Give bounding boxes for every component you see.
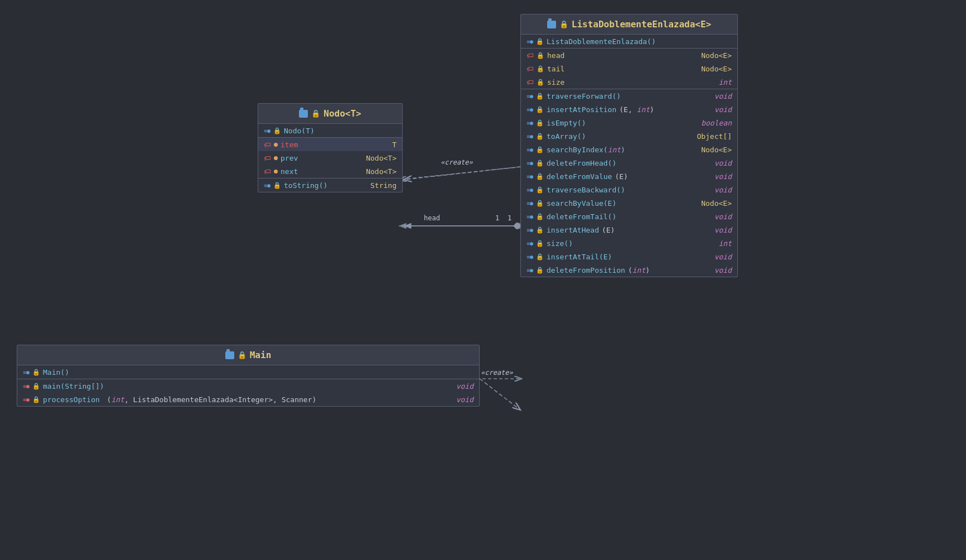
lista-sbv-name: searchByValue(E): [547, 199, 616, 207]
nodo-fields-section: 🏷 item T 🏷 prev Nodo<T> 🏷 next Nodo<T: [258, 138, 402, 178]
lista-iat-lock: 🔒: [536, 253, 544, 260]
nodo-lock-icon: 🔒: [311, 109, 320, 118]
lista-deletefromhead-row: ≡● 🔒 deleteFromHead() void: [521, 156, 737, 170]
lista-dfp-params: (int): [628, 266, 650, 274]
main-constructor-row: ≡● 🔒 Main(): [17, 365, 479, 379]
lista-class-box: 🔒 ListaDoblementeEnlazada<E> ≡● 🔒 ListaD…: [520, 14, 738, 277]
nodo-header: 🔒 Nodo<T>: [258, 104, 402, 124]
lista-head-tag-icon: 🏷: [527, 51, 534, 60]
lista-constructor-icon: ≡●: [527, 38, 533, 45]
lista-dfh-lock: 🔒: [536, 160, 544, 167]
lista-dfv-params: (E): [615, 172, 627, 181]
lista-tf-name: traverseForward(): [547, 92, 621, 100]
nodo-item-dot: [274, 143, 278, 147]
lista-size-method-row: ≡● 🔒 size() int: [521, 236, 737, 250]
lista-title: ListaDoblementeEnlazada<E>: [572, 19, 711, 30]
svg-line-7: [404, 167, 520, 180]
main-header: 🔒 Main: [17, 345, 479, 365]
svg-text:«create»: «create»: [481, 369, 514, 376]
lista-toarray-row: ≡● 🔒 toArray() Object[]: [521, 129, 737, 143]
lista-dft-name: deleteFromTail(): [547, 213, 616, 221]
lista-sm-icon: ≡●: [527, 240, 533, 247]
lista-tb-icon: ≡●: [527, 187, 533, 193]
lista-header: 🔒 ListaDoblementeEnlazada<E>: [521, 15, 737, 35]
lista-size-tag-icon: 🏷: [527, 78, 534, 86]
nodo-next-dot: [274, 170, 278, 173]
nodo-tostring-row: ≡● 🔒 toString() String: [258, 178, 402, 192]
nodo-tostring-type: String: [370, 181, 397, 190]
svg-text:head: head: [424, 214, 440, 222]
nodo-prev-row: 🏷 prev Nodo<T>: [258, 151, 402, 165]
lista-ie-icon: ≡●: [527, 120, 533, 126]
lista-tail-tag-icon: 🏷: [527, 65, 534, 73]
nodo-tostring-lock-icon: 🔒: [273, 182, 281, 189]
main-po-static-icon: ≡●: [23, 397, 30, 403]
main-main-row: ≡● 🔒 main(String[]) void: [17, 379, 479, 393]
lista-traversebackward-row: ≡● 🔒 traverseBackward() void: [521, 183, 737, 196]
diagram-canvas: 🔒 Nodo<T> ≡● 🔒 Nodo(T) 🏷 item T 🏷: [0, 0, 966, 560]
lista-tf-lock: 🔒: [536, 93, 544, 100]
lista-constructor-lock-icon: 🔒: [536, 38, 544, 45]
lista-dfp-type: void: [714, 266, 732, 274]
lista-tail-row: 🏷 🔒 tail Nodo<E>: [521, 62, 737, 75]
nodo-title: Nodo<T>: [323, 108, 361, 119]
lista-ie-type: boolean: [701, 119, 732, 127]
lista-size-field-name: size: [547, 78, 564, 86]
lista-size-type: int: [719, 78, 732, 86]
main-class-icon: [225, 351, 234, 359]
lista-tail-type: Nodo<E>: [701, 65, 732, 73]
main-class-box: 🔒 Main ≡● 🔒 Main() ≡● 🔒 main(String[]) v…: [17, 345, 480, 407]
lista-sm-type: int: [719, 239, 732, 248]
nodo-next-name: next: [281, 167, 298, 176]
lista-iah-params: (E): [602, 226, 615, 234]
lista-dfh-icon: ≡●: [527, 160, 533, 166]
lista-iat-icon: ≡●: [527, 254, 533, 260]
lista-iap-icon: ≡●: [527, 107, 533, 113]
main-main-type: void: [456, 382, 474, 390]
lista-tf-type: void: [714, 92, 732, 100]
nodo-constructor-lock-icon: 🔒: [273, 127, 281, 134]
lista-searchbyindex-row: ≡● 🔒 searchByIndex(int) Nodo<E>: [521, 143, 737, 156]
nodo-tostring-method-icon: ≡●: [264, 182, 271, 189]
lista-ta-icon: ≡●: [527, 133, 533, 139]
nodo-class-icon: [299, 110, 308, 118]
nodo-constructor-section: ≡● 🔒 Nodo(T): [258, 124, 402, 138]
lista-size-field-row: 🏷 🔒 size int: [521, 75, 737, 89]
nodo-item-row: 🏷 item T: [258, 138, 402, 151]
lista-methods-section: ≡● 🔒 traverseForward() void ≡● 🔒 insertA…: [521, 89, 737, 277]
main-main-static-icon: ≡●: [23, 383, 30, 389]
lista-dft-type: void: [714, 213, 732, 221]
lista-sbv-type: Nodo<E>: [701, 199, 732, 207]
nodo-methods-section: ≡● 🔒 toString() String: [258, 178, 402, 192]
lista-constructor-row: ≡● 🔒 ListaDoblementeEnlazada(): [521, 35, 737, 48]
lista-sbi-name: searchByIndex(int): [547, 146, 625, 154]
lista-head-row: 🏷 🔒 head Nodo<E>: [521, 49, 737, 62]
lista-size-lock-icon: 🔒: [537, 79, 544, 86]
lista-dfv-lock: 🔒: [536, 173, 544, 180]
lista-iah-name: insertAtHead: [547, 226, 599, 234]
nodo-constructor-method-icon: ≡●: [264, 128, 271, 134]
lista-tb-type: void: [714, 186, 732, 194]
lista-sbv-lock: 🔒: [536, 200, 544, 207]
lista-iah-lock: 🔒: [536, 226, 544, 234]
arrows-svg: [0, 0, 966, 560]
main-po-type: void: [456, 395, 474, 404]
lista-tb-lock: 🔒: [536, 186, 544, 194]
main-processoption-row: ≡● 🔒 processOption (int, ListaDoblemente…: [17, 393, 479, 406]
lista-sm-name: size(): [547, 239, 573, 248]
lista-ta-name: toArray(): [547, 132, 586, 141]
lista-head-type: Nodo<E>: [701, 51, 732, 60]
lista-sbi-lock: 🔒: [536, 146, 544, 153]
main-constructor-section: ≡● 🔒 Main(): [17, 365, 479, 379]
svg-text:«create»: «create»: [441, 158, 474, 166]
lista-tail-name: tail: [547, 65, 564, 73]
lista-class-icon: [547, 21, 556, 28]
lista-ta-type: Object[]: [697, 132, 732, 141]
main-po-lock: 🔒: [32, 396, 40, 403]
main-main-name: main(String[]): [43, 382, 104, 390]
nodo-prev-dot: [274, 156, 278, 160]
lista-iat-type: void: [714, 253, 732, 261]
lista-iah-type: void: [714, 226, 732, 234]
lista-constructor-label: ListaDoblementeEnlazada(): [547, 37, 656, 46]
lista-dfp-name: deleteFromPosition: [547, 266, 625, 274]
